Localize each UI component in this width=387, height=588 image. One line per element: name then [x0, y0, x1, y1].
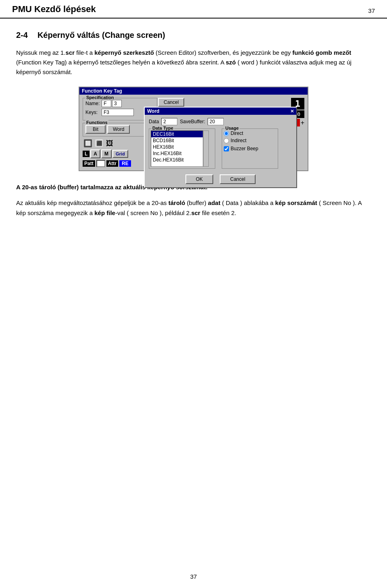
word-close-button[interactable]: ✕ — [290, 109, 294, 114]
data-type-scrollbar[interactable] — [203, 130, 209, 167]
radio-direct[interactable] — [224, 131, 229, 136]
bit-button[interactable]: Bit — [85, 125, 106, 134]
checkbox-buzzer-row: Buzzer Beep — [224, 146, 276, 151]
spec-name-row: Name: F 3 — [85, 100, 154, 107]
usage-label: Usage — [225, 126, 239, 130]
re-label: RE — [119, 160, 131, 167]
checkbox-buzzer-label: Buzzer Beep — [231, 146, 258, 151]
p3-rest4: -val ( screen No ), például 2. — [115, 209, 191, 216]
fkt-window: Function Key Tag 1 M0020 LM21 + Cancel — [79, 87, 308, 171]
p3-bold2: adat — [208, 199, 221, 206]
spec-keys-input[interactable]: F3 — [102, 109, 134, 116]
page-title: PMU Kezdő lépések — [12, 4, 96, 14]
fkt-body: 1 M0020 LM21 + Cancel Specification Name… — [79, 95, 308, 170]
data-type-group: Data Type DEC16Bit BCD16Bit HEX16Bit Inc… — [149, 128, 215, 169]
spec-name-num-input[interactable]: 3 — [112, 100, 122, 107]
functions-group-label: Functions — [85, 120, 108, 125]
section-id: 2-4 — [16, 31, 28, 40]
p1-bold4: szó — [226, 59, 236, 66]
icon-symbol-2: 🔳 — [94, 139, 104, 148]
spec-keys-label: Keys: — [85, 110, 102, 115]
spec-name-f-input[interactable]: F — [102, 100, 111, 107]
word-data-row: Data SaveBuffer: — [149, 118, 292, 125]
p1-rest3: (Function Key Tag) a képernyő tetszőlege… — [16, 59, 226, 66]
header-bar: PMU Kezdő lépések — [0, 0, 387, 19]
data-type-list[interactable]: DEC16Bit BCD16Bit HEX16Bit Inc.HEX16Bit … — [151, 130, 203, 167]
radio-indirect-label: Indirect — [231, 138, 246, 143]
icon-symbol-1: 🔲 — [83, 139, 93, 148]
data-type-label: Data Type — [152, 126, 174, 130]
dt-item-hex16[interactable]: HEX16Bit — [151, 144, 203, 150]
data-label: Data — [149, 119, 159, 124]
cancel-button-top[interactable]: Cancel — [158, 98, 184, 107]
patt-color-swatch — [96, 160, 105, 167]
paragraph-1: Nyissuk meg az 1.scr file-t a képernyő s… — [16, 48, 371, 77]
m-button[interactable]: M — [101, 149, 112, 158]
word-cancel-button[interactable]: Cancel — [220, 174, 256, 184]
icon-symbol-3: 🖼 — [105, 139, 114, 148]
cancel-btn-top-area: Cancel — [158, 98, 184, 107]
attr-label: Attr — [106, 160, 118, 167]
radio-indirect-row: Indirect — [224, 138, 276, 143]
save-buffer-input[interactable] — [208, 118, 224, 125]
p3-start: Az aktuális kép megváltoztatásához gépel… — [16, 199, 169, 206]
radio-direct-row: Direct — [224, 130, 276, 136]
data-input[interactable] — [161, 118, 177, 125]
word-dialog: Word ✕ Data SaveBuffer: — [144, 107, 297, 188]
content-area: 2-4 Képernyő váltás (Change screen) Nyis… — [0, 19, 387, 240]
p3-bold3: kép sorszámát — [275, 199, 317, 206]
p3-rest2: ( Data ) ablakába a — [221, 199, 275, 206]
page-number-bottom: 37 — [190, 573, 197, 580]
p1-text: Nyissuk meg az 1. — [16, 49, 66, 56]
p3-bold5: scr — [191, 209, 200, 216]
p1-bold1: scr — [66, 49, 75, 56]
grid-button[interactable]: Grid — [112, 150, 128, 158]
p1-bold2: képernyő szerkesztő — [94, 49, 154, 56]
patt-label: Patt — [83, 160, 95, 167]
data-type-list-container: DEC16Bit BCD16Bit HEX16Bit Inc.HEX16Bit … — [151, 130, 213, 167]
p3-rest5: file esetén 2. — [200, 209, 236, 216]
word-title: Word — [147, 108, 159, 114]
paragraph-3: Az aktuális kép megváltoztatásához gépel… — [16, 198, 371, 218]
radio-indirect[interactable] — [224, 138, 229, 143]
usage-group: Usage Direct Indirect — [222, 128, 278, 169]
save-buffer-label: SaveBuffer: — [180, 119, 205, 124]
p3-bold4: kép file — [94, 209, 115, 216]
spec-group-label: Specification — [85, 95, 114, 100]
dt-item-bcd16[interactable]: BCD16Bit — [151, 137, 203, 144]
word-ok-button[interactable]: OK — [185, 174, 213, 184]
word-button[interactable]: Word — [107, 125, 130, 134]
page-number-top: 37 — [368, 7, 375, 14]
fkt-titlebar: Function Key Tag — [79, 87, 308, 95]
section-title: Képernyő váltás (Change screen) — [37, 31, 165, 40]
word-titlebar: Word ✕ — [145, 108, 296, 115]
dt-item-dec16[interactable]: DEC16Bit — [151, 131, 203, 137]
word-body: Data SaveBuffer: Data Type — [145, 115, 296, 187]
screenshot-container: Function Key Tag 1 M0020 LM21 + Cancel — [16, 87, 371, 171]
spec-name-label: Name: — [85, 101, 102, 106]
dt-item-dechex16[interactable]: Dec.HEX16Bit — [151, 157, 203, 163]
p3-bold1: tároló — [169, 199, 185, 206]
p3-rest1: (buffer) — [185, 199, 208, 206]
checkbox-buzzer[interactable] — [224, 146, 229, 151]
l-button[interactable]: L — [83, 151, 89, 157]
a-button[interactable]: A — [90, 149, 100, 158]
word-buttons-row: OK Cancel — [149, 174, 292, 184]
p1-rest: file-t a — [75, 49, 94, 56]
p1-bold3: funkció gomb mezőt — [292, 49, 351, 56]
fkt-title: Function Key Tag — [82, 88, 122, 94]
p1-rest2: (Screen Editor) szoftverben, és jegyezzü… — [154, 49, 293, 56]
radio-direct-label: Direct — [231, 130, 243, 136]
dt-item-inchex16[interactable]: Inc.HEX16Bit — [151, 150, 203, 157]
data-type-usage-row: Data Type DEC16Bit BCD16Bit HEX16Bit Inc… — [149, 128, 292, 172]
